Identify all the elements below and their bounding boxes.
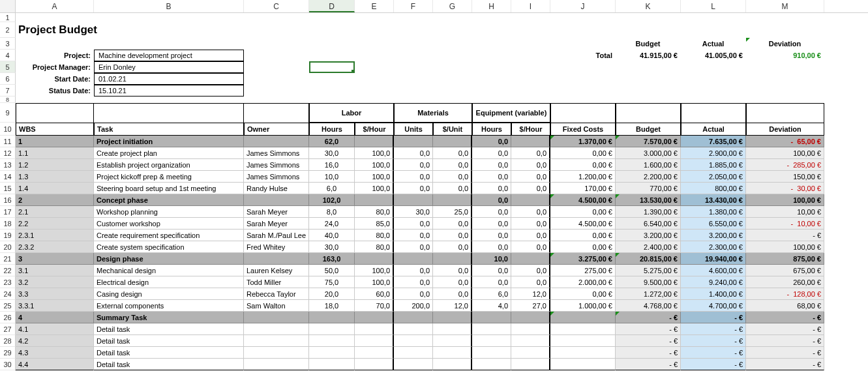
column-header[interactable]: F <box>394 0 433 12</box>
labor-hours-cell[interactable]: 10,0 <box>309 171 355 183</box>
wbs-cell[interactable]: 4.3 <box>16 347 94 359</box>
actual-cell[interactable]: - € <box>681 312 746 323</box>
actual-cell[interactable]: 1.400,00 € <box>681 288 746 300</box>
row-header[interactable]: 22 <box>0 265 16 276</box>
wbs-cell[interactable]: 2 <box>16 194 94 206</box>
labor-hours-cell[interactable]: 18,0 <box>309 300 355 312</box>
row-header[interactable]: 13 <box>0 159 16 171</box>
eq-hours-cell[interactable]: 0,0 <box>472 171 511 183</box>
deviation-cell[interactable]: 100,00 € <box>746 241 824 253</box>
mat-cost-cell[interactable] <box>433 136 472 147</box>
row-header[interactable]: 29 <box>0 347 16 359</box>
row-header[interactable]: 1 <box>0 13 16 22</box>
budget-cell[interactable]: 6.540,00 € <box>616 218 681 230</box>
eq-rate-cell[interactable] <box>511 194 550 206</box>
column-header[interactable]: K <box>616 0 681 12</box>
task-cell[interactable]: Summary Task <box>94 312 244 323</box>
mat-cost-cell[interactable]: 0,0 <box>433 159 472 171</box>
deviation-cell[interactable]: 10,00 € <box>746 206 824 218</box>
labor-hours-cell[interactable]: 102,0 <box>309 194 355 206</box>
labor-hours-cell[interactable]: 20,0 <box>309 288 355 300</box>
eq-hours-cell[interactable]: 6,0 <box>472 288 511 300</box>
deviation-cell[interactable]: 100,00 € <box>746 147 824 159</box>
labor-rate-cell[interactable]: 100,0 <box>355 159 394 171</box>
budget-cell[interactable]: 3.000,00 € <box>616 147 681 159</box>
deviation-cell[interactable]: - 285,00 € <box>746 159 824 171</box>
fixed-cell[interactable]: 0,00 € <box>550 159 616 171</box>
meta-status-value[interactable]: 15.10.21 <box>94 85 244 96</box>
labor-rate-cell[interactable]: 100,0 <box>355 183 394 194</box>
fixed-cell[interactable]: 1.000,00 € <box>550 300 616 312</box>
wbs-cell[interactable]: 4.4 <box>16 359 94 370</box>
mat-units-cell[interactable] <box>394 359 433 370</box>
owner-cell[interactable]: Rebecca Taylor <box>244 288 309 300</box>
deviation-cell[interactable]: 260,00 € <box>746 276 824 288</box>
eq-rate-cell[interactable]: 0,0 <box>511 230 550 241</box>
task-cell[interactable]: Create requirement specification <box>94 230 244 241</box>
fixed-cell[interactable]: 0,00 € <box>550 288 616 300</box>
budget-cell[interactable]: 2.200,00 € <box>616 171 681 183</box>
eq-hours-cell[interactable]: 4,0 <box>472 300 511 312</box>
eq-rate-cell[interactable]: 12,0 <box>511 288 550 300</box>
deviation-cell[interactable]: - € <box>746 323 824 335</box>
wbs-cell[interactable]: 3.3 <box>16 288 94 300</box>
actual-cell[interactable]: 6.550,00 € <box>681 218 746 230</box>
deviation-cell[interactable]: - € <box>746 230 824 241</box>
actual-cell[interactable]: 1.380,00 € <box>681 206 746 218</box>
labor-hours-cell[interactable] <box>309 335 355 347</box>
task-cell[interactable]: Detail task <box>94 323 244 335</box>
wbs-cell[interactable]: 1.3 <box>16 171 94 183</box>
row-header[interactable]: 12 <box>0 147 16 159</box>
task-cell[interactable]: Establish project organization <box>94 159 244 171</box>
actual-cell[interactable]: 800,00 € <box>681 183 746 194</box>
owner-cell[interactable] <box>244 253 309 265</box>
actual-cell[interactable]: - € <box>681 323 746 335</box>
fixed-cell[interactable]: 4.500,00 € <box>550 194 616 206</box>
mat-cost-cell[interactable]: 0,0 <box>433 171 472 183</box>
eq-hours-cell[interactable] <box>472 335 511 347</box>
mat-cost-cell[interactable] <box>433 323 472 335</box>
column-header[interactable]: J <box>550 0 616 12</box>
labor-hours-cell[interactable]: 30,0 <box>309 241 355 253</box>
actual-cell[interactable]: - € <box>681 359 746 370</box>
budget-cell[interactable]: 7.570,00 € <box>616 136 681 147</box>
row-header[interactable]: 18 <box>0 218 16 230</box>
row-header[interactable]: 11 <box>0 136 16 147</box>
mat-cost-cell[interactable]: 0,0 <box>433 230 472 241</box>
eq-rate-cell[interactable]: 0,0 <box>511 171 550 183</box>
actual-cell[interactable]: 4.600,00 € <box>681 265 746 276</box>
mat-units-cell[interactable]: 0,0 <box>394 218 433 230</box>
mat-units-cell[interactable] <box>394 253 433 265</box>
mat-units-cell[interactable] <box>394 136 433 147</box>
task-cell[interactable]: Detail task <box>94 359 244 370</box>
meta-pm-value[interactable]: Erin Donley <box>94 61 244 73</box>
column-header[interactable]: C <box>244 0 309 12</box>
row-header[interactable]: 7 <box>0 85 16 96</box>
row-header[interactable]: 25 <box>0 300 16 312</box>
row-header[interactable]: 26 <box>0 312 16 323</box>
mat-units-cell[interactable]: 200,0 <box>394 300 433 312</box>
labor-rate-cell[interactable] <box>355 347 394 359</box>
actual-cell[interactable]: 2.900,00 € <box>681 147 746 159</box>
mat-units-cell[interactable]: 0,0 <box>394 147 433 159</box>
fixed-cell[interactable] <box>550 323 616 335</box>
mat-units-cell[interactable] <box>394 347 433 359</box>
mat-units-cell[interactable] <box>394 312 433 323</box>
eq-rate-cell[interactable] <box>511 335 550 347</box>
row-header[interactable]: 6 <box>0 73 16 85</box>
budget-cell[interactable]: 2.400,00 € <box>616 241 681 253</box>
mat-cost-cell[interactable] <box>433 347 472 359</box>
owner-cell[interactable]: Sarah Meyer <box>244 206 309 218</box>
eq-rate-cell[interactable] <box>511 312 550 323</box>
mat-units-cell[interactable] <box>394 335 433 347</box>
mat-cost-cell[interactable]: 0,0 <box>433 147 472 159</box>
budget-cell[interactable]: 1.600,00 € <box>616 159 681 171</box>
mat-units-cell[interactable]: 0,0 <box>394 241 433 253</box>
eq-hours-cell[interactable]: 0,0 <box>472 194 511 206</box>
fixed-cell[interactable]: 0,00 € <box>550 241 616 253</box>
eq-hours-cell[interactable]: 0,0 <box>472 230 511 241</box>
mat-cost-cell[interactable]: 0,0 <box>433 218 472 230</box>
labor-hours-cell[interactable]: 24,0 <box>309 218 355 230</box>
task-cell[interactable]: Create system specification <box>94 241 244 253</box>
labor-hours-cell[interactable]: 62,0 <box>309 136 355 147</box>
